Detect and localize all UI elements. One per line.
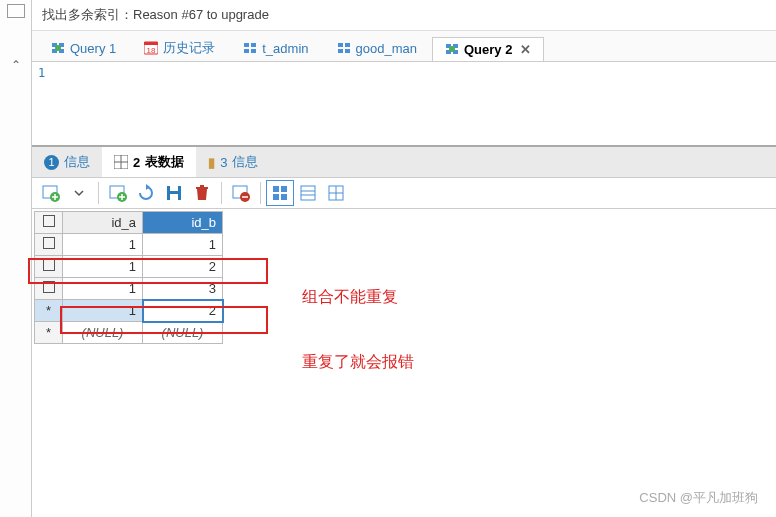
cell[interactable]: 2 — [143, 256, 223, 278]
cell-editing[interactable]: 2 — [143, 300, 223, 322]
svg-rect-33 — [170, 186, 178, 191]
cell[interactable]: 1 — [143, 234, 223, 256]
row-dropdown-button[interactable] — [66, 181, 92, 205]
table-icon — [337, 41, 351, 55]
info-strip: 找出多余索引：Reason #67 to upgrade — [32, 0, 776, 31]
svg-text:18: 18 — [147, 46, 156, 55]
row-marker-new[interactable]: * — [35, 300, 63, 322]
cell[interactable]: 1 — [63, 234, 143, 256]
column-header[interactable]: id_b — [143, 212, 223, 234]
tab-label: Query 1 — [70, 41, 116, 56]
svg-rect-36 — [200, 185, 204, 187]
table-icon — [243, 41, 257, 55]
svg-rect-8 — [244, 43, 249, 47]
cell-null[interactable]: (NULL) — [143, 322, 223, 344]
watermark: CSDN @平凡加班狗 — [639, 489, 758, 507]
subtab-number: 2 — [133, 155, 140, 170]
tab-label: good_man — [356, 41, 417, 56]
row-marker-new[interactable]: * — [35, 322, 63, 344]
view-grid-button[interactable] — [267, 181, 293, 205]
query-icon — [445, 42, 459, 56]
cell[interactable]: 1 — [63, 278, 143, 300]
svg-rect-42 — [273, 194, 279, 200]
table-row-placeholder[interactable]: * (NULL) (NULL) — [35, 322, 223, 344]
annotation-text-2: 重复了就会报错 — [302, 352, 414, 373]
subtab-label: 信息 — [64, 153, 90, 171]
table-row[interactable]: 1 1 — [35, 234, 223, 256]
row-marker[interactable] — [35, 256, 63, 278]
tab-label: t_admin — [262, 41, 308, 56]
svg-rect-15 — [345, 49, 350, 53]
cell-null[interactable]: (NULL) — [63, 322, 143, 344]
view-form-button[interactable] — [295, 181, 321, 205]
query-icon — [51, 41, 65, 55]
cell[interactable]: 1 — [63, 300, 143, 322]
header-row: id_a id_b — [35, 212, 223, 234]
svg-rect-44 — [301, 186, 315, 200]
subtab-info-3[interactable]: ▮ 3 信息 — [196, 147, 270, 177]
cell[interactable]: 3 — [143, 278, 223, 300]
svg-rect-10 — [244, 49, 249, 53]
cancel-button[interactable] — [228, 181, 254, 205]
svg-rect-12 — [338, 43, 343, 47]
calendar-icon: 18 — [144, 41, 158, 55]
editor-tabs: Query 1 18 历史记录 t_admin good_man Query 2… — [32, 31, 776, 62]
annotation-text-1: 组合不能重复 — [302, 287, 398, 308]
tab-history[interactable]: 18 历史记录 — [131, 34, 228, 61]
view-text-button[interactable] — [323, 181, 349, 205]
add-row-button[interactable] — [38, 181, 64, 205]
svg-rect-41 — [281, 186, 287, 192]
duplicate-row-button[interactable] — [105, 181, 131, 205]
tab-label: 历史记录 — [163, 39, 215, 57]
left-gutter: ⌃ — [0, 0, 32, 517]
row-marker[interactable] — [35, 278, 63, 300]
separator — [98, 182, 99, 204]
svg-point-4 — [55, 45, 61, 51]
subtab-table-data[interactable]: 2 表数据 — [102, 147, 196, 177]
svg-rect-9 — [251, 43, 256, 47]
svg-rect-11 — [251, 49, 256, 53]
sql-editor[interactable]: 1 — [32, 62, 776, 147]
separator — [221, 182, 222, 204]
table-row-editing[interactable]: * 1 2 — [35, 300, 223, 322]
tab-query-2[interactable]: Query 2 ✕ — [432, 37, 544, 61]
column-header[interactable]: id_a — [63, 212, 143, 234]
row-marker[interactable] — [35, 234, 63, 256]
flag-icon: ▮ — [208, 155, 215, 170]
save-button[interactable] — [161, 181, 187, 205]
separator — [260, 182, 261, 204]
close-icon[interactable]: ✕ — [520, 42, 531, 57]
subtab-info-1[interactable]: 1 信息 — [32, 147, 102, 177]
svg-rect-34 — [170, 194, 178, 200]
line-number: 1 — [38, 66, 45, 80]
refresh-button[interactable] — [133, 181, 159, 205]
gutter-box-icon — [7, 4, 25, 18]
data-toolbar — [32, 178, 776, 209]
tab-good-man[interactable]: good_man — [324, 36, 430, 60]
tab-label: Query 2 — [464, 42, 512, 57]
table-row[interactable]: 1 3 — [35, 278, 223, 300]
grid-icon — [114, 155, 128, 169]
data-grid[interactable]: id_a id_b 1 1 1 2 1 3 — [34, 211, 223, 344]
cell[interactable]: 1 — [63, 256, 143, 278]
subtab-label: 信息 — [232, 153, 258, 171]
table-row[interactable]: 1 2 — [35, 256, 223, 278]
info-icon: 1 — [44, 155, 59, 170]
subtab-label: 表数据 — [145, 153, 184, 171]
result-subtabs: 1 信息 2 表数据 ▮ 3 信息 — [32, 147, 776, 178]
tab-t-admin[interactable]: t_admin — [230, 36, 321, 60]
svg-rect-14 — [338, 49, 343, 53]
delete-button[interactable] — [189, 181, 215, 205]
subtab-number: 3 — [220, 155, 227, 170]
tab-query-1[interactable]: Query 1 — [38, 36, 129, 60]
select-all-header[interactable] — [35, 212, 63, 234]
svg-point-20 — [449, 46, 455, 52]
svg-rect-43 — [281, 194, 287, 200]
svg-rect-40 — [273, 186, 279, 192]
svg-rect-35 — [196, 187, 208, 189]
data-grid-area: id_a id_b 1 1 1 2 1 3 — [32, 209, 776, 346]
chevron-up-icon[interactable]: ⌃ — [11, 58, 21, 72]
svg-rect-6 — [144, 42, 158, 45]
svg-rect-13 — [345, 43, 350, 47]
